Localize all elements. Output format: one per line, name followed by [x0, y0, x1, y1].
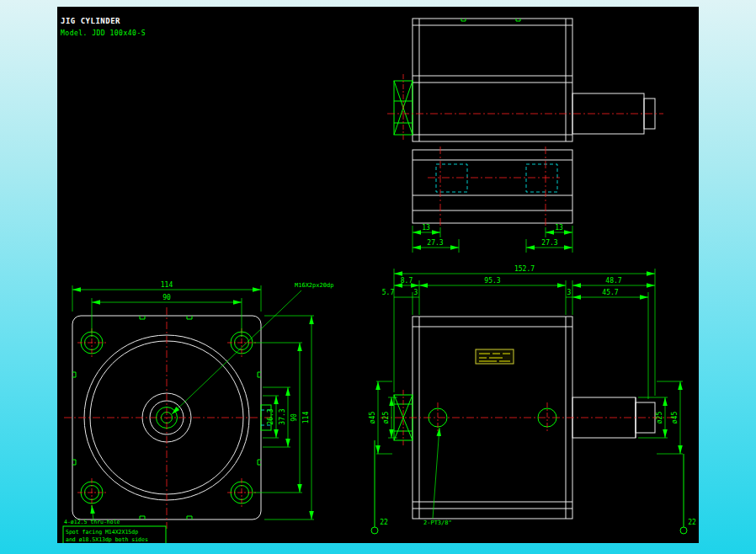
dim-26-3: 26.3 — [267, 408, 274, 424]
top-view-dimensions: 13 13 27.3 27.3 — [413, 224, 572, 253]
side-view-left-diameters: ø45 ø25 — [369, 381, 397, 454]
thread-callout-text: M16X2px20dp — [295, 282, 333, 289]
note-line-1: 4-ø12.5 thru-hole — [64, 519, 120, 525]
dim-95-3: 95.3 — [484, 277, 500, 285]
side-view-top-dimensions: 152.7 8.7 95.3 48.7 5.7 3 3 45.7 — [382, 265, 655, 399]
dim-5-7: 5.7 — [382, 289, 395, 296]
top-view-section — [413, 146, 572, 227]
front-view-right-dimensions: 26.3 37.3 90 114 — [253, 316, 314, 519]
dim-114-top: 114 — [161, 281, 173, 289]
port-callout: 2-PT3/8" — [423, 428, 452, 526]
hidden-port-right — [526, 164, 557, 192]
side-view: 152.7 8.7 95.3 48.7 5.7 3 3 45.7 ø45 ø25 — [369, 265, 696, 534]
mark-22-left: 22 — [371, 440, 388, 534]
dim-3-left: 3 — [414, 289, 418, 296]
dim-48-7: 48.7 — [605, 277, 621, 285]
dim-3-right: 3 — [567, 289, 572, 296]
dim-152-7: 152.7 — [514, 265, 535, 273]
top-view: 13 13 27.3 27.3 — [387, 19, 663, 253]
mark-22-right: 22 — [680, 454, 696, 534]
hidden-port-left — [436, 164, 467, 192]
hole-notes: 4-ø12.5 thru-hole Spot facing M14X2X15dp… — [63, 505, 166, 543]
dim-13-right: 13 — [555, 224, 563, 232]
note-line-2: Spot facing M14X2X15dp — [66, 529, 138, 535]
dia-25-right: ø25 — [656, 412, 663, 424]
dim-8-7: 8.7 — [401, 277, 413, 285]
dim-37-3: 37.3 — [279, 408, 286, 424]
dim-90-right: 90 — [290, 413, 298, 422]
port-callout-text: 2-PT3/8" — [423, 519, 452, 526]
note-line-3: and ø18.5X13dp both sides — [66, 536, 148, 543]
mark-22-left-text: 22 — [380, 519, 388, 526]
drawing-model-text: Model. JDD 100x40-S — [61, 29, 146, 37]
front-view: 114 90 26.3 37.3 90 114 M16X2px20dp 4-ø1… — [63, 281, 333, 543]
dim-27-3-left: 27.3 — [427, 239, 443, 247]
desktop-background: { "title_block": { "line1": "JIG CYLINDE… — [0, 0, 756, 554]
dim-90-top: 90 — [162, 294, 171, 301]
dia-25-left: ø25 — [382, 412, 390, 424]
dia-45-right: ø45 — [671, 412, 679, 424]
nameplate — [476, 349, 514, 364]
dia-45-left: ø45 — [369, 412, 376, 424]
thread-callout: M16X2px20dp — [172, 282, 333, 414]
drawing-title-text: JIG CYLINDER — [61, 17, 120, 25]
cad-drawing-canvas[interactable]: JIG CYLINDER Model. JDD 100x40-S — [57, 7, 699, 543]
dim-45-7: 45.7 — [602, 289, 618, 296]
mark-22-right-text: 22 — [688, 519, 696, 526]
dim-27-3-right: 27.3 — [541, 239, 557, 247]
dim-114-right: 114 — [302, 412, 310, 424]
drawing-title: JIG CYLINDER Model. JDD 100x40-S — [61, 17, 146, 37]
top-view-boss — [394, 74, 413, 141]
cad-drawing[interactable]: JIG CYLINDER Model. JDD 100x40-S — [57, 7, 699, 543]
dim-13-left: 13 — [422, 224, 430, 232]
